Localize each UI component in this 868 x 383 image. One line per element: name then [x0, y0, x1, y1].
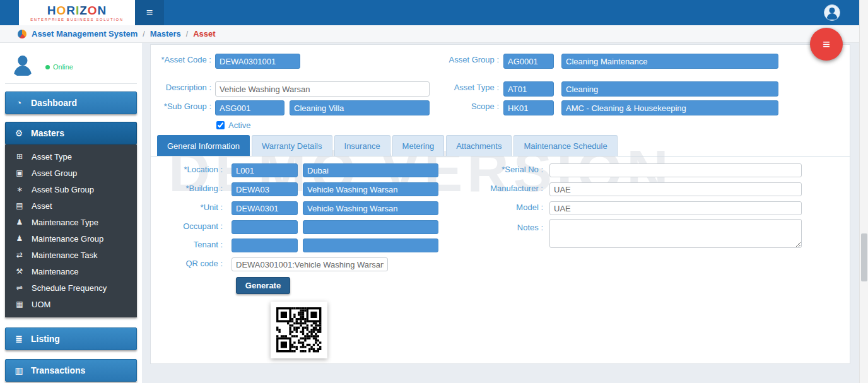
- submenu-item-label: Maintenance Group: [32, 234, 103, 244]
- sidebar-item-masters[interactable]: ⚙ Masters: [5, 122, 137, 144]
- tab-metering[interactable]: Metering: [392, 135, 445, 156]
- sub-group-name-input[interactable]: [290, 100, 430, 115]
- breadcrumb-masters[interactable]: Masters: [150, 29, 181, 38]
- submenu-item-maintenance-task[interactable]: ⇄ Maintenance Task: [5, 247, 137, 263]
- user-avatar-button[interactable]: [824, 4, 840, 21]
- submenu-item-label: Maintenance: [32, 267, 78, 276]
- asset-icon: ▤: [14, 201, 25, 210]
- sidebar-item-listing[interactable]: ≣ Listing: [5, 327, 137, 350]
- submenu-item-asset-sub-group[interactable]: ∗ Asset Sub Group: [5, 181, 137, 197]
- topbar: HORIZON ENTERPRISE BUSINESS SOLUTION ≡: [0, 0, 868, 25]
- gear-icon: ⚙: [13, 128, 25, 138]
- occupant-name-input[interactable]: [303, 220, 438, 234]
- submenu-item-label: Asset Group: [32, 168, 77, 178]
- sidebar-item-label: Transactions: [31, 365, 85, 375]
- generate-button[interactable]: Generate: [236, 277, 290, 294]
- tab-insurance[interactable]: Insurance: [334, 135, 390, 156]
- description-input[interactable]: [215, 81, 430, 97]
- hamburger-icon: ≡: [146, 6, 153, 19]
- submenu-item-label: Schedule Frequency: [32, 283, 107, 293]
- occupant-code-input[interactable]: [232, 220, 298, 234]
- transactions-icon: ▥: [13, 365, 25, 375]
- serial-no-input[interactable]: [549, 163, 802, 177]
- tab-attachments[interactable]: Attachments: [446, 135, 512, 156]
- tenant-name-input[interactable]: [303, 239, 438, 252]
- vertical-scrollbar[interactable]: [859, 0, 868, 383]
- asset-code-input[interactable]: [215, 54, 300, 69]
- sub-group-code-input[interactable]: [215, 100, 284, 115]
- asset-group-code-input[interactable]: [503, 54, 554, 69]
- asset-type-label: Asset Type :: [442, 83, 499, 92]
- horizon-logo[interactable]: HORIZON ENTERPRISE BUSINESS SOLUTION: [19, 0, 135, 25]
- model-label: Model :: [435, 203, 543, 212]
- location-name-input[interactable]: [303, 163, 438, 177]
- qr-code-image: [276, 307, 322, 353]
- submenu-item-schedule-frequency[interactable]: ⇌ Schedule Frequency: [5, 280, 137, 296]
- scope-label: Scope :: [442, 102, 499, 111]
- sidebar-toggle-button[interactable]: ≡: [135, 0, 164, 25]
- submenu-item-maintenance-group[interactable]: ♟ Maintenance Group: [5, 230, 137, 247]
- submenu-item-label: UOM: [32, 300, 50, 309]
- logo-word: HORIZON: [47, 4, 107, 17]
- unit-code-input[interactable]: [232, 201, 298, 215]
- tab-maintenance-schedule[interactable]: Maintenance Schedule: [513, 135, 617, 156]
- masters-submenu: ⊞ Asset Type ▣ Asset Group ∗ Asset Sub G…: [5, 144, 137, 317]
- breadcrumb: Asset Management System / Masters / Asse…: [0, 25, 868, 43]
- asset-type-name-input[interactable]: [561, 81, 778, 97]
- breadcrumb-separator: /: [143, 30, 144, 38]
- submenu-item-asset-type[interactable]: ⊞ Asset Type: [5, 148, 137, 165]
- asset-code-label: *Asset Code :: [156, 55, 211, 64]
- asset-group-label: Asset Group :: [442, 55, 499, 64]
- asset-sub-group-icon: ∗: [14, 185, 25, 194]
- maintenance-task-icon: ⇄: [14, 250, 25, 259]
- unit-label: *Unit :: [151, 203, 223, 212]
- active-checkbox[interactable]: [216, 121, 225, 129]
- qr-code-input[interactable]: [232, 257, 388, 271]
- app-screen: HORIZON ENTERPRISE BUSINESS SOLUTION ≡ A…: [0, 0, 868, 383]
- maintenance-type-icon: ♟: [14, 218, 25, 227]
- manufacturer-input[interactable]: [549, 182, 802, 196]
- building-label: *Building :: [151, 184, 223, 193]
- scope-code-input[interactable]: [503, 100, 554, 115]
- menu-fab-button[interactable]: ≡: [810, 28, 843, 61]
- asset-group-icon: ▣: [14, 168, 25, 177]
- app-logo-icon: [18, 30, 26, 38]
- sidebar-item-label: Listing: [31, 334, 60, 344]
- scope-name-input[interactable]: [561, 100, 778, 115]
- sidebar-item-label: Masters: [31, 128, 64, 138]
- sub-group-label: *Sub Group :: [156, 102, 211, 111]
- scrollbar-thumb[interactable]: [861, 233, 867, 281]
- tenant-code-input[interactable]: [232, 239, 298, 252]
- unit-name-input[interactable]: [303, 201, 438, 215]
- tab-general-information[interactable]: General Information: [157, 135, 250, 156]
- submenu-item-uom[interactable]: ▦ UOM: [5, 296, 137, 312]
- asset-type-icon: ⊞: [14, 152, 25, 161]
- sidebar-item-transactions[interactable]: ▥ Transactions: [5, 359, 137, 382]
- submenu-item-asset-group[interactable]: ▣ Asset Group: [5, 165, 137, 181]
- active-field: Active: [216, 121, 250, 130]
- schedule-frequency-icon: ⇌: [14, 283, 25, 292]
- description-label: Description :: [156, 83, 211, 92]
- breadcrumb-app[interactable]: Asset Management System: [32, 29, 138, 38]
- maintenance-group-icon: ♟: [14, 234, 25, 243]
- profile-avatar-icon: [10, 52, 35, 77]
- submenu-item-label: Maintenance Type: [32, 218, 98, 227]
- tenant-label: Tenant :: [151, 240, 223, 249]
- submenu-item-asset[interactable]: ▤ Asset: [5, 197, 137, 214]
- building-code-input[interactable]: [232, 182, 298, 196]
- submenu-item-maintenance-type[interactable]: ♟ Maintenance Type: [5, 214, 137, 230]
- sidebar-item-label: Dashboard: [31, 98, 77, 108]
- uom-icon: ▦: [14, 300, 25, 309]
- model-input[interactable]: [549, 201, 802, 215]
- building-name-input[interactable]: [303, 182, 438, 196]
- sidebar-item-dashboard[interactable]: ◔ Dashboard: [5, 91, 137, 114]
- qr-code-card: [271, 302, 327, 358]
- dashboard-icon: ◔: [13, 98, 25, 108]
- asset-tabs: General Information Warranty Details Ins…: [151, 134, 850, 156]
- notes-textarea[interactable]: [549, 219, 802, 248]
- asset-type-code-input[interactable]: [503, 81, 554, 97]
- location-code-input[interactable]: [232, 163, 298, 177]
- tab-warranty-details[interactable]: Warranty Details: [252, 135, 332, 156]
- submenu-item-maintenance[interactable]: ⚒ Maintenance: [5, 263, 137, 280]
- asset-group-name-input[interactable]: [561, 54, 778, 69]
